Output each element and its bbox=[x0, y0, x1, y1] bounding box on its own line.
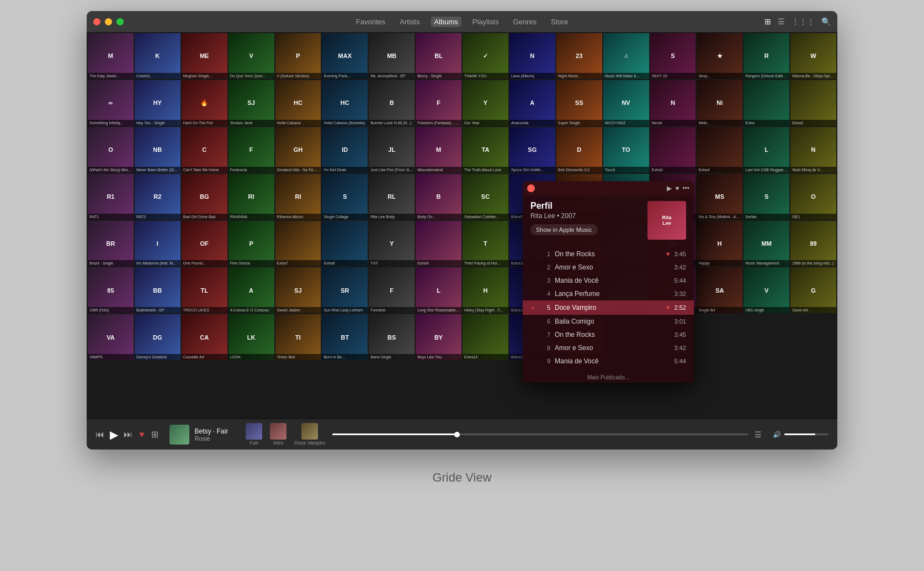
grid-view-button[interactable]: ⊞ bbox=[762, 16, 773, 27]
album-item[interactable]: SASingle Art bbox=[697, 267, 742, 313]
nav-albums[interactable]: Albums bbox=[431, 17, 461, 27]
album-item[interactable]: RLRita Lee Body bbox=[369, 174, 415, 220]
search-button[interactable]: 🔍 bbox=[821, 17, 831, 26]
minimize-button[interactable] bbox=[105, 18, 112, 25]
album-item[interactable]: VVBS single bbox=[744, 267, 789, 313]
list-view-button[interactable]: ☰ bbox=[776, 16, 787, 27]
album-item[interactable]: TITinker Bell bbox=[275, 314, 321, 360]
album-item[interactable]: BYBoys Like You bbox=[416, 314, 461, 360]
album-item[interactable]: R2RAT2 bbox=[135, 174, 180, 220]
album-item[interactable]: IIris Madonna (feat. M... bbox=[135, 221, 180, 267]
album-item[interactable]: 🔥Hard On The Fire bbox=[182, 80, 227, 126]
album-item[interactable]: ∞Something Infinity... bbox=[88, 80, 134, 126]
album-item[interactable]: ★Sexy... bbox=[697, 33, 742, 79]
album-item[interactable]: ♫Music Will Make It... bbox=[603, 33, 649, 79]
album-item[interactable]: RRangers (Deluxe Edition) bbox=[744, 33, 789, 79]
rewind-button[interactable]: ⏮ bbox=[95, 430, 104, 440]
nav-genres[interactable]: Genres bbox=[509, 17, 540, 27]
album-item[interactable]: YOur Year bbox=[463, 80, 508, 126]
album-item[interactable]: O(What's the Story) Mor... bbox=[88, 127, 134, 173]
album-item[interactable]: 851985 (Odo) bbox=[88, 267, 134, 313]
album-item[interactable]: R1RAT1 bbox=[88, 174, 134, 220]
album-item[interactable]: NNicki Minaj de V... bbox=[790, 127, 836, 173]
album-item[interactable]: MSMa & Sha (Multimi - A... bbox=[697, 174, 742, 220]
album-item[interactable]: SJSweet Jadem bbox=[275, 267, 321, 313]
album-item[interactable]: TOTouch bbox=[603, 127, 649, 173]
album-item[interactable]: NBNever Been Better (Si... bbox=[135, 127, 180, 173]
nav-favorites[interactable]: Favorites bbox=[353, 17, 389, 27]
album-item[interactable]: SSEXY 23 bbox=[650, 33, 696, 79]
album-item[interactable]: NVNICO+VINZ bbox=[603, 80, 649, 126]
album-item[interactable]: AAnaconda bbox=[509, 80, 555, 126]
popup-heart-icon[interactable]: ♥ bbox=[675, 184, 679, 192]
album-item[interactable]: NNicole bbox=[650, 80, 696, 126]
album-item[interactable]: OFOne Found... bbox=[182, 221, 227, 267]
album-item[interactable]: SGSyncs Girl Untitle... bbox=[509, 127, 555, 173]
queue-item-1[interactable]: Fair bbox=[246, 423, 262, 446]
album-item[interactable]: DGDisney's Greatest bbox=[135, 314, 180, 360]
nav-playlists[interactable]: Playlists bbox=[469, 17, 502, 27]
track-row[interactable]: 3Mania de Você5:44 bbox=[523, 274, 694, 287]
album-item[interactable]: VDo Que Voce Quer... bbox=[229, 33, 274, 79]
volume-bar[interactable] bbox=[784, 433, 829, 435]
album-item[interactable]: HHilary (Stay Right - T... bbox=[463, 267, 508, 313]
album-item[interactable]: SSerbia bbox=[744, 174, 789, 220]
album-item[interactable]: OOE1 bbox=[790, 174, 836, 220]
album-item[interactable]: DBob Dismantle 3.0 bbox=[556, 127, 602, 173]
album-item[interactable]: HCHotel Cabana (Noisette) bbox=[322, 80, 368, 126]
close-button[interactable] bbox=[93, 18, 100, 25]
fast-forward-button[interactable]: ⏭ bbox=[124, 430, 132, 440]
queue-item-3[interactable]: Doce Vampiro bbox=[294, 423, 325, 446]
more-tracks-button[interactable]: Mais Publicado... bbox=[523, 372, 694, 383]
album-item[interactable]: MBMs. AnonyMool - EP bbox=[369, 33, 415, 79]
album-item[interactable]: Extra8 bbox=[322, 221, 368, 267]
album-item[interactable]: LLong She Reasonable... bbox=[416, 267, 461, 313]
album-item[interactable]: Extra9 bbox=[416, 221, 461, 267]
album-item[interactable]: CCan't Take Me Home bbox=[182, 127, 227, 173]
album-item[interactable]: MAXEvening Paris... bbox=[322, 33, 368, 79]
play-button[interactable]: ▶ bbox=[110, 428, 118, 441]
track-row[interactable]: 6Baila Comigo3:01 bbox=[523, 315, 694, 328]
album-item[interactable]: Extra bbox=[744, 80, 789, 126]
album-item[interactable]: KColorful... bbox=[135, 33, 180, 79]
album-item[interactable]: HHappy bbox=[697, 221, 742, 267]
popup-play-icon[interactable]: ▶ bbox=[667, 184, 672, 192]
progress-bar[interactable] bbox=[332, 433, 748, 435]
album-item[interactable]: GGwen Art bbox=[790, 267, 836, 313]
album-item[interactable]: YYXY bbox=[369, 221, 415, 267]
album-item[interactable]: VAVAMPS bbox=[88, 314, 134, 360]
add-button[interactable]: ⊞ bbox=[151, 429, 158, 440]
album-item[interactable]: SSSuper Single bbox=[556, 80, 602, 126]
popup-close-button[interactable]: × bbox=[527, 184, 535, 192]
album-item[interactable]: BGBad Girl Gone Bad bbox=[182, 174, 227, 220]
queue-list-button[interactable]: ☰ bbox=[755, 430, 762, 439]
album-item[interactable]: NiNikki... bbox=[697, 80, 742, 126]
album-item[interactable]: BBunnie Lucie N Ali (N...) bbox=[369, 80, 415, 126]
album-item[interactable]: Extra2 bbox=[790, 80, 836, 126]
album-item[interactable]: AA Colosa E O Coracao bbox=[229, 267, 274, 313]
track-row[interactable]: 9Mania de Você5:44 bbox=[523, 355, 694, 368]
album-item[interactable]: GHGreatest Hits - No Feni... bbox=[275, 127, 321, 173]
track-row[interactable]: 7On the Rocks3:45 bbox=[523, 328, 694, 341]
album-item[interactable]: RIRIHANNA bbox=[229, 174, 274, 220]
album-item[interactable]: SSingle Collage bbox=[322, 174, 368, 220]
maximize-button[interactable] bbox=[116, 18, 124, 25]
album-item[interactable]: NLana (Album) bbox=[509, 33, 555, 79]
track-heart-icon[interactable]: ♥ bbox=[666, 304, 670, 311]
track-row[interactable]: 4Lança Perfume3:32 bbox=[523, 287, 694, 300]
track-row[interactable]: 2Amor e Sexo3:42 bbox=[523, 261, 694, 274]
album-item[interactable]: Extra7 bbox=[275, 221, 321, 267]
album-item[interactable]: RIRihanna Album bbox=[275, 174, 321, 220]
album-item[interactable]: PPink Grecia bbox=[229, 221, 274, 267]
track-row[interactable]: +5Doce Vampiro♥2:52 bbox=[523, 300, 694, 315]
nav-artists[interactable]: Artists bbox=[396, 17, 423, 27]
album-item[interactable]: SRSun Rise Lady Letham bbox=[322, 267, 368, 313]
album-item[interactable]: TLTROCO LIKES bbox=[182, 267, 227, 313]
album-item[interactable]: BRBrazil - Single bbox=[88, 221, 134, 267]
album-item[interactable]: WWanna Be - Sil/ya Spl... bbox=[790, 33, 836, 79]
column-view-button[interactable]: ⋮⋮⋮ bbox=[789, 16, 817, 27]
album-item[interactable]: FFunkrocia bbox=[229, 127, 274, 173]
queue-item-2[interactable]: Intro bbox=[270, 423, 286, 446]
album-item[interactable]: MEMeghan Single... bbox=[182, 33, 227, 79]
heart-button[interactable]: ♥ bbox=[139, 430, 145, 440]
